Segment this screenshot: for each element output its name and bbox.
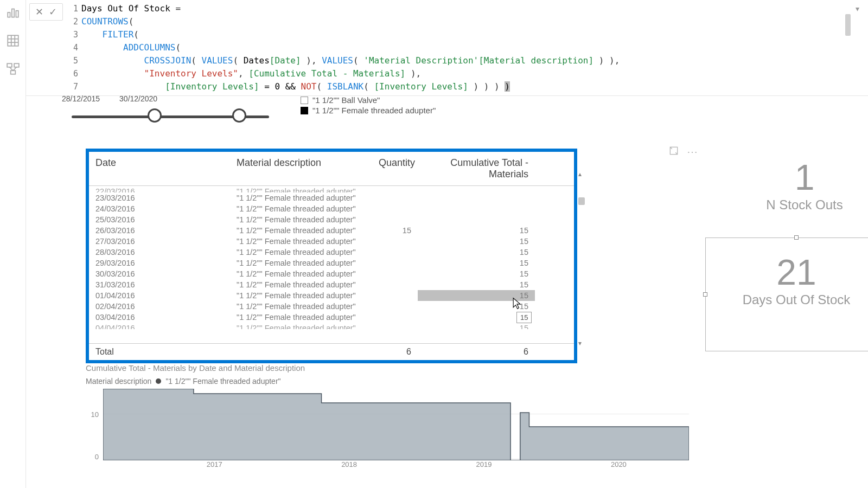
- formula-code[interactable]: Days Out Of Stock = COUNTROWS( FILTER( A…: [81, 2, 868, 93]
- focus-mode-icon[interactable]: [668, 145, 679, 156]
- col-quantity[interactable]: Quantity: [372, 152, 418, 185]
- material-slicer[interactable]: "1 1/2"" Ball Valve" "1 1/2"" Female thr…: [301, 94, 436, 116]
- xtick-2018: 2018: [341, 460, 357, 468]
- more-options-icon[interactable]: ⋯: [687, 145, 698, 156]
- svg-rect-8: [7, 63, 12, 67]
- card-value: 1: [737, 159, 868, 195]
- table-row[interactable]: 02/04/2016"1 1/2"" Female threaded adupt…: [89, 301, 574, 312]
- ytick-10: 10: [91, 410, 99, 419]
- card-label: Days Out Of Stock: [706, 292, 868, 307]
- table-scrollbar[interactable]: ▴ ▾: [577, 174, 587, 344]
- card-stockouts[interactable]: 1 N Stock Outs: [737, 159, 868, 213]
- table-row[interactable]: 30/03/2016"1 1/2"" Female threaded adupt…: [89, 268, 574, 279]
- line-gutter: 1 2 3 4 5 6 7: [67, 2, 81, 93]
- table-row[interactable]: 27/03/2016"1 1/2"" Female threaded adupt…: [89, 236, 574, 247]
- slider-handle-start[interactable]: [148, 108, 162, 123]
- table-body[interactable]: 22/03/2016"1 1/2"" Female threaded adupt…: [89, 186, 574, 343]
- svg-rect-1: [11, 9, 14, 17]
- svg-rect-10: [10, 70, 15, 74]
- table-row[interactable]: 01/04/2016"1 1/2"" Female threaded adupt…: [89, 290, 574, 301]
- table-total-row: Total 6 6: [89, 343, 574, 360]
- table-row[interactable]: 24/03/2016"1 1/2"" Female threaded adupt…: [89, 203, 574, 214]
- scroll-up-icon[interactable]: ▴: [578, 170, 582, 178]
- cell-tooltip: 15: [516, 312, 532, 323]
- svg-rect-3: [8, 35, 18, 46]
- model-view-icon[interactable]: [6, 62, 20, 76]
- table-header-row: Date Material description Quantity Cumul…: [89, 152, 574, 186]
- formula-scrollbar[interactable]: [843, 12, 853, 77]
- svg-rect-9: [14, 63, 19, 67]
- table-row[interactable]: 03/04/2016"1 1/2"" Female threaded adupt…: [89, 312, 574, 323]
- total-qty: 6: [372, 344, 418, 360]
- cancel-icon[interactable]: ✕: [35, 6, 43, 18]
- formula-bar[interactable]: ✕ ✓ 1 2 3 4 5 6 7 Days Out Of Stock = CO…: [26, 0, 868, 96]
- table-row[interactable]: 23/03/2016"1 1/2"" Female threaded adupt…: [89, 192, 574, 203]
- slicer-item-ball-valve[interactable]: "1 1/2"" Ball Valve": [301, 95, 436, 105]
- ytick-0: 0: [95, 453, 99, 461]
- table-row[interactable]: 29/03/2016"1 1/2"" Female threaded adupt…: [89, 258, 574, 268]
- xtick-2019: 2019: [476, 460, 492, 468]
- xtick-2020: 2020: [611, 460, 627, 468]
- total-cum: 6: [418, 344, 535, 360]
- svg-rect-2: [16, 11, 18, 17]
- table-row[interactable]: 25/03/2016"1 1/2"" Female threaded adupt…: [89, 214, 574, 225]
- card-value: 21: [706, 254, 868, 290]
- view-rail: [0, 0, 26, 488]
- card-days-out-selected[interactable]: 21 Days Out Of Stock: [705, 237, 868, 351]
- col-cumulative[interactable]: Cumulative Total - Materials: [418, 152, 535, 185]
- svg-line-12: [13, 67, 17, 71]
- xtick-2017: 2017: [207, 460, 222, 468]
- table-row[interactable]: 28/03/2016"1 1/2"" Female threaded adupt…: [89, 247, 574, 258]
- date-start[interactable]: 28/12/2015: [62, 94, 100, 103]
- total-label: Total: [89, 344, 230, 360]
- card-label: N Stock Outs: [737, 197, 868, 213]
- report-view-icon[interactable]: [6, 5, 20, 20]
- checkbox-checked-icon[interactable]: [301, 107, 308, 114]
- svg-rect-0: [8, 12, 10, 17]
- date-end[interactable]: 30/12/2020: [119, 94, 157, 103]
- table-row[interactable]: 31/03/2016"1 1/2"" Female threaded adupt…: [89, 279, 574, 290]
- scroll-down-icon[interactable]: ▾: [578, 339, 582, 347]
- legend-marker-icon: [156, 378, 161, 384]
- formula-bar-buttons: ✕ ✓: [29, 3, 63, 21]
- svg-line-11: [9, 67, 13, 71]
- slicer-item-adapter[interactable]: "1 1/2"" Female threaded adupter": [301, 106, 436, 115]
- visual-header: ⋯: [668, 145, 698, 156]
- chart-legend: Material description "1 1/2"" Female thr…: [86, 377, 689, 386]
- table-visual[interactable]: Date Material description Quantity Cumul…: [86, 149, 577, 363]
- checkbox-unchecked-icon[interactable]: [301, 97, 308, 104]
- table-row[interactable]: 22/03/2016"1 1/2"" Female threaded adupt…: [89, 186, 574, 192]
- data-view-icon[interactable]: [6, 34, 20, 48]
- col-date[interactable]: Date: [89, 152, 230, 185]
- scroll-thumb[interactable]: [578, 197, 585, 205]
- table-row[interactable]: 04/04/2016"1 1/2"" Female threaded adupt…: [89, 323, 574, 329]
- chart-plot[interactable]: 10 0 2017 2018 2019 2020: [86, 389, 689, 470]
- date-slicer[interactable]: 28/12/2015 30/12/2020: [62, 94, 279, 125]
- resize-handle[interactable]: [794, 235, 799, 240]
- slider-handle-end[interactable]: [232, 108, 246, 123]
- date-slider[interactable]: [72, 108, 269, 125]
- col-material[interactable]: Material description: [230, 152, 372, 185]
- chart-title: Cumulative Total - Materials by Date and…: [86, 363, 689, 373]
- area-chart-visual[interactable]: Cumulative Total - Materials by Date and…: [86, 363, 689, 470]
- table-row[interactable]: 26/03/2016"1 1/2"" Female threaded adupt…: [89, 225, 574, 236]
- commit-icon[interactable]: ✓: [49, 6, 57, 18]
